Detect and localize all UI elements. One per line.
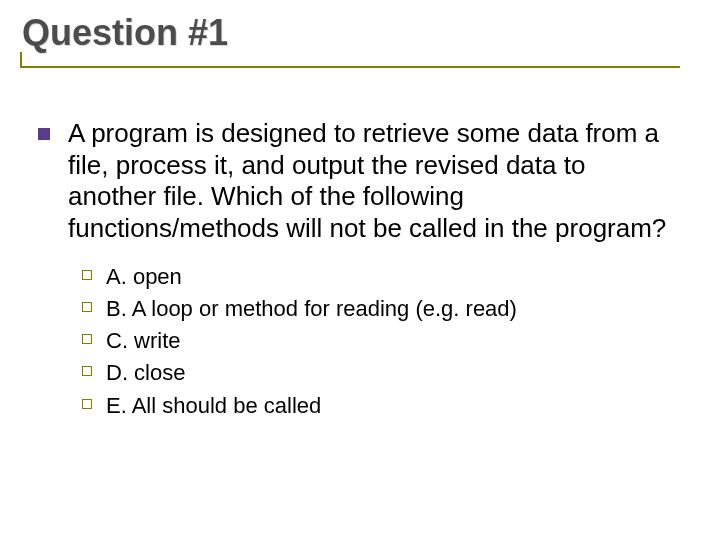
underline-line [20,66,680,68]
option-c: C. write [82,327,680,355]
square-bullet-icon [38,128,50,140]
question-row: A program is designed to retrieve some d… [38,118,680,245]
hollow-square-icon [82,399,92,409]
options-list: A. open B. A loop or method for reading … [82,263,680,420]
hollow-square-icon [82,302,92,312]
option-a-text: A. open [106,263,182,291]
underline-tick [20,52,22,66]
hollow-square-icon [82,270,92,280]
slide-body: A program is designed to retrieve some d… [38,118,680,424]
option-b-text: B. A loop or method for reading (e.g. re… [106,295,517,323]
question-text: A program is designed to retrieve some d… [68,118,680,245]
option-b: B. A loop or method for reading (e.g. re… [82,295,680,323]
title-block: Question #1 [10,8,700,64]
hollow-square-icon [82,366,92,376]
option-d: D. close [82,359,680,387]
option-e: E. All should be called [82,392,680,420]
option-e-text: E. All should be called [106,392,321,420]
option-a: A. open [82,263,680,291]
slide-title: Question #1 [10,8,700,64]
slide: Question #1 A program is designed to ret… [0,0,720,540]
hollow-square-icon [82,334,92,344]
option-d-text: D. close [106,359,185,387]
option-c-text: C. write [106,327,181,355]
